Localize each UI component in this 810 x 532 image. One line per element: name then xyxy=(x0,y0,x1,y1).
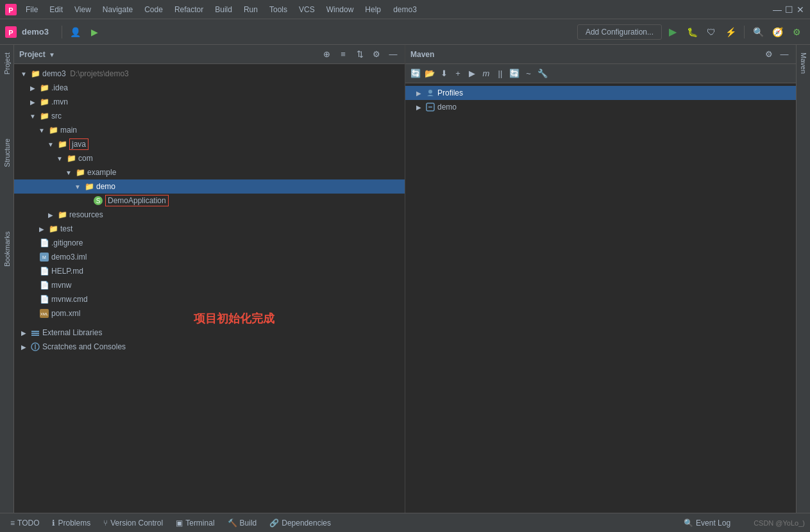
locate-icon[interactable]: ⊕ xyxy=(320,48,333,61)
maven-expand-demo: ▶ xyxy=(414,103,423,112)
tree-label-demo: demo xyxy=(96,182,115,191)
tree-item-scratches[interactable]: ▶ Scratches and Consoles xyxy=(14,340,405,354)
expand-arrow-src: ▼ xyxy=(28,112,37,121)
iml-icon: M xyxy=(39,252,49,262)
expand-arrow-example: ▼ xyxy=(64,168,73,177)
expand-arrow-demo: ▼ xyxy=(73,182,82,191)
menu-edit[interactable]: Edit xyxy=(44,4,68,15)
bottom-tab-terminal[interactable]: ▣ Terminal xyxy=(171,517,219,529)
tree-item-demo[interactable]: ▼ 📁 demo xyxy=(14,179,405,194)
svg-rect-12 xyxy=(31,335,39,336)
menu-code[interactable]: Code xyxy=(139,4,168,15)
menu-help[interactable]: Help xyxy=(360,4,386,15)
folder-icon-demo: 📁 xyxy=(84,181,94,192)
tree-item-test[interactable]: ▶ 📁 test xyxy=(14,222,405,236)
minimize-panel-icon[interactable]: — xyxy=(387,48,400,61)
maven-reload-icon[interactable]: 🔄 xyxy=(409,67,422,80)
search-button[interactable]: 🔍 xyxy=(750,24,766,40)
tree-item-idea[interactable]: ▶ 📁 .idea xyxy=(14,81,405,95)
tree-item-gitignore[interactable]: ▶ 📄 .gitignore xyxy=(14,236,405,250)
project-name-label: demo3 xyxy=(22,27,49,37)
maven-minimize-icon[interactable]: — xyxy=(778,48,791,61)
bottom-tab-build[interactable]: 🔨 Build xyxy=(223,517,262,529)
maven-plus-icon[interactable]: + xyxy=(451,67,464,80)
right-tab-maven[interactable]: Maven xyxy=(798,47,809,79)
md-icon: 📄 xyxy=(39,266,49,276)
bottom-tab-event-log[interactable]: 🔍 Event Log xyxy=(679,517,736,529)
toolbar-update-button[interactable]: ▶ xyxy=(87,24,103,40)
expand-arrow-java: ▼ xyxy=(46,140,55,149)
tree-item-demo-application[interactable]: ▶ S DemoApplication xyxy=(14,194,405,208)
maven-demo-icon xyxy=(425,102,435,112)
profile-button[interactable]: ⚡ xyxy=(722,24,739,40)
bottom-tab-version-control[interactable]: ⑂ Version Control xyxy=(98,517,168,529)
maven-collapse-icon[interactable]: ~ xyxy=(522,67,535,80)
tree-item-iml[interactable]: ▶ M demo3.iml xyxy=(14,250,405,264)
maven-add-icon[interactable]: 📂 xyxy=(423,67,436,80)
menu-navigate[interactable]: Navigate xyxy=(97,4,138,15)
tree-label-main: main xyxy=(60,126,77,135)
side-tab-bookmarks[interactable]: Bookmarks xyxy=(1,226,13,272)
close-button[interactable]: ✕ xyxy=(796,5,805,14)
maven-item-profiles[interactable]: ▶ Profiles xyxy=(405,86,796,100)
menu-build[interactable]: Build xyxy=(210,4,237,15)
tree-item-example[interactable]: ▼ 📁 example xyxy=(14,165,405,179)
menu-window[interactable]: Window xyxy=(321,4,359,15)
tree-item-main[interactable]: ▼ 📁 main xyxy=(14,123,405,137)
settings-button[interactable]: ⚙ xyxy=(788,24,805,40)
toolbar-separator-2 xyxy=(744,26,745,38)
bottom-tab-dependencies[interactable]: 🔗 Dependencies xyxy=(264,517,336,529)
side-tab-project[interactable]: Project xyxy=(1,47,13,79)
maven-m-icon[interactable]: m xyxy=(480,67,493,80)
tree-item-demo3[interactable]: ▼ 📁 demo3 D:\projets\demo3 xyxy=(14,67,405,81)
svg-point-15 xyxy=(428,90,432,94)
menu-refactor[interactable]: Refactor xyxy=(169,4,208,15)
tree-item-mvnwcmd[interactable]: ▶ 📄 mvnw.cmd xyxy=(14,292,405,306)
add-configuration-button[interactable]: Add Configuration... xyxy=(577,24,662,40)
expand-arrow-idea: ▶ xyxy=(28,83,37,92)
maven-settings-icon[interactable]: ⚙ xyxy=(763,48,775,61)
toolbar-separator-1 xyxy=(62,26,62,38)
debug-button[interactable]: 🐛 xyxy=(684,24,700,40)
menu-tools[interactable]: Tools xyxy=(264,4,292,15)
maven-run-icon[interactable]: ▶ xyxy=(466,67,478,80)
svg-text:XML: XML xyxy=(40,312,49,316)
maven-download-icon[interactable]: ⬇ xyxy=(437,67,450,80)
folder-icon-java: 📁 xyxy=(57,139,67,149)
tree-item-resources[interactable]: ▶ 📁 resources xyxy=(14,208,405,222)
menu-file[interactable]: File xyxy=(21,4,43,15)
tree-item-src[interactable]: ▼ 📁 src xyxy=(14,109,405,123)
menu-view[interactable]: View xyxy=(69,4,96,15)
bottom-tab-todo[interactable]: ≡ TODO xyxy=(5,517,44,529)
tree-item-java[interactable]: ▼ 📁 java xyxy=(14,137,405,151)
tree-item-mvnw[interactable]: ▶ 📄 mvnw xyxy=(14,278,405,292)
folder-icon-main: 📁 xyxy=(48,125,58,135)
collapse-all-icon[interactable]: ≡ xyxy=(337,48,350,61)
terminal-label: Terminal xyxy=(185,519,214,528)
menu-run[interactable]: Run xyxy=(239,4,263,15)
tree-item-helpmd[interactable]: ▶ 📄 HELP.md xyxy=(14,264,405,278)
side-tab-structure[interactable]: Structure xyxy=(1,133,13,172)
run-button[interactable]: ▶ xyxy=(664,24,681,40)
tree-item-pomxml[interactable]: ▶ XML pom.xml xyxy=(14,306,405,320)
maven-skip-icon[interactable]: || xyxy=(494,67,507,80)
tree-label-external-libs: External Libraries xyxy=(42,328,102,337)
maven-item-demo[interactable]: ▶ demo xyxy=(405,100,796,114)
nav-button[interactable]: 🧭 xyxy=(769,24,786,40)
libs-icon xyxy=(30,328,40,338)
spring-icon-demo-app: S xyxy=(93,195,103,206)
menu-vcs[interactable]: VCS xyxy=(294,4,320,15)
maven-tool-icon[interactable]: 🔧 xyxy=(536,67,549,80)
bottom-tab-problems[interactable]: ℹ Problems xyxy=(47,517,96,529)
maven-update-icon[interactable]: 🔄 xyxy=(508,67,521,80)
minimize-button[interactable]: — xyxy=(773,5,782,14)
settings-icon[interactable]: ⚙ xyxy=(370,48,383,61)
tree-item-com[interactable]: ▼ 📁 com xyxy=(14,151,405,165)
coverage-button[interactable]: 🛡 xyxy=(703,24,720,40)
tree-item-external-libs[interactable]: ▶ External Libraries xyxy=(14,326,405,340)
maximize-button[interactable]: ☐ xyxy=(784,5,793,14)
tree-label-mvn: .mvn xyxy=(51,97,68,106)
tree-item-mvn[interactable]: ▶ 📁 .mvn xyxy=(14,95,405,109)
sort-icon[interactable]: ⇅ xyxy=(353,48,366,61)
toolbar-git-button[interactable]: 👤 xyxy=(67,24,84,40)
